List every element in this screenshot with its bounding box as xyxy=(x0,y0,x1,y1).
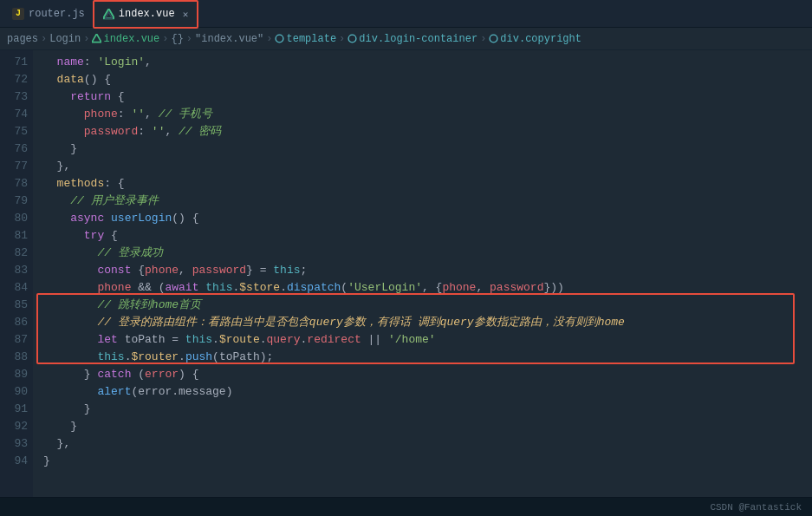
code-line-79: // 用户登录事件 xyxy=(43,193,812,210)
svg-marker-0 xyxy=(103,9,114,18)
code-line-92: } xyxy=(43,418,812,435)
code-line-76: } xyxy=(43,140,812,158)
tab-index-vue-label: index.vue xyxy=(119,8,175,20)
code-line-94: } xyxy=(43,453,812,470)
breadcrumb-template: template xyxy=(275,33,336,45)
tab-router-js-label: router.js xyxy=(29,8,85,20)
code-line-82: // 登录成功 xyxy=(43,245,812,262)
breadcrumb-index-vue: index.vue xyxy=(92,33,159,45)
credit-text: CSDN @Fantastick xyxy=(710,502,802,513)
tab-router-js[interactable]: J router.js xyxy=(3,0,94,28)
code-line-86: // 登录的路由组件：看路由当中是否包含query参数，有得话 调到query参… xyxy=(43,314,812,331)
tab-index-vue[interactable]: index.vue ✕ xyxy=(94,0,198,28)
js-icon: J xyxy=(12,8,24,20)
svg-point-5 xyxy=(490,35,497,42)
code-line-90: alert(error.message) xyxy=(43,383,812,401)
breadcrumb-login-container: div.login-container xyxy=(348,33,477,45)
code-content: name: 'Login', data() { return { phone: … xyxy=(33,50,812,497)
breadcrumb-pages: pages xyxy=(7,33,38,45)
code-line-87: let toPath = this.$route.query.redirect … xyxy=(43,331,812,349)
code-line-88: this.$router.push(toPath); xyxy=(43,349,812,366)
breadcrumb-copyright: div.copyright xyxy=(489,33,581,45)
code-area: 71 72 73 74 75 76 77 78 79 80 81 82 83 8… xyxy=(0,50,812,497)
tab-bar: J router.js index.vue ✕ xyxy=(0,0,812,28)
breadcrumb-braces: {} xyxy=(171,33,183,45)
svg-point-4 xyxy=(348,35,356,42)
line-numbers: 71 72 73 74 75 76 77 78 79 80 81 82 83 8… xyxy=(0,50,33,497)
code-line-74: phone: '', // 手机号 xyxy=(43,106,812,123)
code-line-72: data() { xyxy=(43,71,812,88)
code-line-77: }, xyxy=(43,158,812,175)
vue-icon xyxy=(103,9,114,20)
breadcrumb-index-vue-str: "index.vue" xyxy=(195,33,263,45)
svg-point-3 xyxy=(276,35,284,42)
code-line-81: try { xyxy=(43,227,812,245)
code-line-85: // 跳转到home首页 xyxy=(43,297,812,314)
breadcrumb: pages › Login › index.vue › {} › "index.… xyxy=(0,28,812,50)
code-line-91: } xyxy=(43,401,812,418)
code-line-78: methods: { xyxy=(43,175,812,193)
code-line-83: const {phone, password} = this; xyxy=(43,262,812,279)
code-line-73: return { xyxy=(43,88,812,106)
code-line-84: phone && (await this.$store.dispatch('Us… xyxy=(43,279,812,297)
code-line-75: password: '', // 密码 xyxy=(43,123,812,140)
status-bar: CSDN @Fantastick xyxy=(0,497,812,516)
code-line-71: name: 'Login', xyxy=(43,54,812,71)
svg-marker-2 xyxy=(92,34,101,42)
code-line-80: async userLogin() { xyxy=(43,210,812,227)
tab-close-button[interactable]: ✕ xyxy=(183,9,189,20)
breadcrumb-login: Login xyxy=(49,33,81,45)
code-line-89: } catch (error) { xyxy=(43,366,812,383)
code-line-93: }, xyxy=(43,435,812,453)
